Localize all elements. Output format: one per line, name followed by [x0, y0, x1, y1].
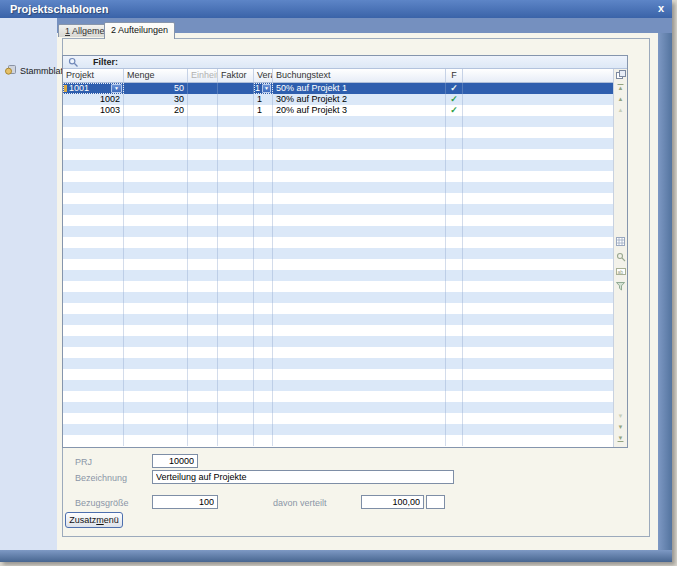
column-header-projekt[interactable]: Projekt	[63, 69, 124, 82]
table-row-empty[interactable]	[63, 314, 627, 325]
cell-einheit[interactable]	[188, 83, 218, 94]
cell-faktor	[218, 314, 254, 325]
table-row[interactable]: 100230130% auf Projekt 2✓	[63, 94, 627, 105]
cell-filler[interactable]	[463, 105, 627, 116]
table-row-empty[interactable]	[63, 149, 627, 160]
column-header-einheit[interactable]: Einheit	[188, 69, 218, 82]
davon-verteilt-extra-field[interactable]	[426, 495, 445, 509]
cell-faktor	[218, 435, 254, 446]
table-row-empty[interactable]	[63, 193, 627, 204]
filter-icon[interactable]	[614, 282, 627, 292]
cell-vera	[254, 193, 273, 204]
column-header-vera[interactable]: Vera	[254, 69, 273, 82]
close-icon[interactable]: x	[658, 2, 664, 14]
chevron-down-icon[interactable]: ▼	[262, 84, 271, 93]
table-row-empty[interactable]	[63, 347, 627, 358]
scroll-to-top-icon[interactable]: ▲	[614, 83, 627, 93]
table-row-empty[interactable]	[63, 226, 627, 237]
table-row-empty[interactable]	[63, 171, 627, 182]
table-row-empty[interactable]	[63, 413, 627, 424]
table-row-empty[interactable]	[63, 303, 627, 314]
edit-box-icon[interactable]: ab	[614, 267, 627, 277]
table-row-empty[interactable]	[63, 116, 627, 127]
table-row-empty[interactable]	[63, 358, 627, 369]
search-records-icon[interactable]	[614, 252, 627, 262]
table-row-empty[interactable]	[63, 369, 627, 380]
cell-buchungstext[interactable]: 50% auf Projekt 1	[273, 83, 446, 94]
tab-aufteilungen[interactable]: 2 Aufteilungen	[104, 22, 175, 39]
cell-vera[interactable]: 1	[254, 105, 273, 116]
cell-projekt	[63, 380, 124, 391]
cell-buchungstext[interactable]: 20% auf Projekt 3	[273, 105, 446, 116]
cell-vera[interactable]: 1	[254, 94, 273, 105]
prj-field[interactable]	[152, 454, 198, 468]
checkmark-icon[interactable]: ✓	[446, 83, 463, 94]
cell-projekt[interactable]: 1002	[63, 94, 124, 105]
cell-f	[446, 435, 463, 446]
bezugsgroesse-label: Bezugsgröße	[75, 498, 129, 508]
table-row-empty[interactable]	[63, 424, 627, 435]
cell-buchungstext[interactable]: 30% auf Projekt 2	[273, 94, 446, 105]
table-row-empty[interactable]	[63, 435, 627, 446]
scroll-down-icon[interactable]: ▼	[614, 422, 627, 432]
table-row[interactable]: 100320120% auf Projekt 3✓	[63, 105, 627, 116]
table-row-empty[interactable]	[63, 127, 627, 138]
cell-menge[interactable]: 20	[124, 105, 188, 116]
column-header-buchungstext[interactable]: Buchungstext	[273, 69, 446, 82]
cell-filler	[463, 336, 627, 347]
cell-projekt[interactable]: 1001▼	[63, 83, 124, 94]
grid-view-icon[interactable]	[614, 237, 627, 247]
table-row[interactable]: 1001▼501▼50% auf Projekt 1✓	[63, 83, 627, 94]
cell-projekt	[63, 391, 124, 402]
scroll-up-icon[interactable]: ▲	[614, 94, 627, 104]
table-row-empty[interactable]	[63, 138, 627, 149]
table-row-empty[interactable]	[63, 204, 627, 215]
column-header-faktor[interactable]: Faktor	[218, 69, 254, 82]
scroll-down-page-icon[interactable]: ▼	[614, 411, 627, 421]
cell-einheit[interactable]	[188, 94, 218, 105]
cell-einheit	[188, 292, 218, 303]
bezugsgroesse-field[interactable]	[152, 495, 218, 509]
cell-projekt[interactable]: 1003	[63, 105, 124, 116]
cell-vera[interactable]: 1▼	[254, 83, 273, 94]
cell-menge[interactable]: 50	[124, 83, 188, 94]
scroll-to-bottom-icon[interactable]: ▼	[614, 433, 627, 443]
cell-einheit[interactable]	[188, 105, 218, 116]
cell-einheit	[188, 369, 218, 380]
checkmark-icon[interactable]: ✓	[446, 105, 463, 116]
cell-faktor[interactable]	[218, 105, 254, 116]
table-row-empty[interactable]	[63, 160, 627, 171]
cell-faktor[interactable]	[218, 94, 254, 105]
table-row-empty[interactable]	[63, 248, 627, 259]
cell-filler[interactable]	[463, 83, 627, 94]
chevron-down-icon[interactable]: ▼	[111, 84, 122, 93]
davon-verteilt-field[interactable]	[361, 495, 424, 509]
table-row-empty[interactable]	[63, 237, 627, 248]
table-row-empty[interactable]	[63, 281, 627, 292]
table-row-empty[interactable]	[63, 292, 627, 303]
cell-filler[interactable]	[463, 94, 627, 105]
column-chooser-icon[interactable]	[614, 70, 627, 80]
checkmark-icon[interactable]: ✓	[446, 94, 463, 105]
table-row-empty[interactable]	[63, 380, 627, 391]
zusatzmenu-button[interactable]: Zusatzmenü	[65, 512, 123, 528]
cell-menge[interactable]: 30	[124, 94, 188, 105]
cell-einheit	[188, 160, 218, 171]
sidebar-item-stammblatt[interactable]: Stammblatt	[4, 64, 66, 78]
filter-row[interactable]: Filter:	[63, 56, 627, 69]
cell-f	[446, 138, 463, 149]
table-row-empty[interactable]	[63, 270, 627, 281]
table-row-empty[interactable]	[63, 182, 627, 193]
column-header-menge[interactable]: Menge	[124, 69, 188, 82]
table-row-empty[interactable]	[63, 259, 627, 270]
table-row-empty[interactable]	[63, 391, 627, 402]
cell-faktor[interactable]	[218, 83, 254, 94]
table-row-empty[interactable]	[63, 336, 627, 347]
table-row-empty[interactable]	[63, 215, 627, 226]
column-header-f[interactable]: F	[446, 69, 463, 82]
table-row-empty[interactable]	[63, 325, 627, 336]
cell-projekt	[63, 193, 124, 204]
table-row-empty[interactable]	[63, 402, 627, 413]
scroll-up-page-icon[interactable]: ▲	[614, 105, 627, 115]
bezeichnung-field[interactable]	[152, 470, 454, 484]
